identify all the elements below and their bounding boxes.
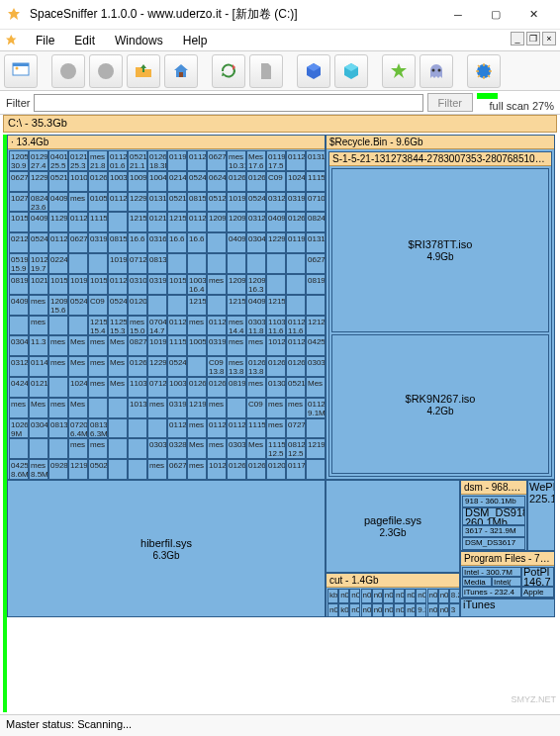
treemap-cell[interactable]: 1219 xyxy=(187,398,207,418)
cut-cell[interactable]: 3 xyxy=(449,603,460,618)
treemap-cell[interactable]: 0524 xyxy=(68,295,88,316)
treemap-cell[interactable]: 0112 xyxy=(108,274,128,295)
treemap-cell[interactable] xyxy=(88,253,108,274)
treemap-cell[interactable]: mes 14.4 xyxy=(227,316,246,336)
refresh-button[interactable] xyxy=(212,54,245,88)
treemap-cell[interactable]: 0212 xyxy=(9,232,29,253)
treemap-cell[interactable]: 1209 15.6 xyxy=(48,295,68,316)
treemap-cell[interactable]: 0319 xyxy=(286,192,306,213)
file-ri378tt-iso[interactable]: $RI378TT.iso4.9Gb xyxy=(331,168,549,332)
treemap-cell[interactable]: mes 10.31 xyxy=(227,150,246,171)
treemap-cell[interactable] xyxy=(167,253,187,274)
treemap-cell[interactable]: 0126 xyxy=(187,377,207,398)
treemap-cell[interactable]: 0131 xyxy=(306,150,326,171)
treemap-cell[interactable]: mes xyxy=(88,438,108,459)
filter-button[interactable]: Filter xyxy=(427,93,473,112)
cut-cell[interactable]: n043 xyxy=(372,603,383,618)
treemap-cell[interactable]: 1003 xyxy=(108,171,128,192)
treemap-cell[interactable] xyxy=(286,253,306,274)
treemap-cell[interactable]: 0727 xyxy=(286,418,306,439)
treemap-cell[interactable]: 0425 xyxy=(306,335,326,356)
treemap-cell[interactable]: 0409 xyxy=(29,212,48,232)
blue-cube-button[interactable] xyxy=(297,54,330,88)
treemap-cell[interactable]: 0129 27.4 xyxy=(29,150,48,171)
folder-cut[interactable]: cut - 1.4Gb kb14n043n042n042n042n043n055… xyxy=(326,573,460,617)
treemap-cell[interactable]: 0121 25.3 xyxy=(68,150,88,171)
cut-cell[interactable]: n047 15.9 xyxy=(394,603,405,618)
treemap-cell[interactable]: 1019 xyxy=(68,274,88,295)
treemap-cell[interactable] xyxy=(108,459,128,480)
folder-program-files[interactable]: Program Files - 795.7 Intel - 300.7M Med… xyxy=(460,551,555,598)
treemap-cell[interactable]: 0224 xyxy=(48,253,68,274)
treemap-cell[interactable] xyxy=(108,398,128,418)
treemap-cell[interactable]: 0112 xyxy=(167,418,187,439)
treemap-cell[interactable]: 0112 xyxy=(187,212,207,232)
treemap-cell[interactable] xyxy=(187,356,207,377)
prog-intelc[interactable]: Intel( xyxy=(492,577,521,587)
cut-cell[interactable]: n043 16.4 xyxy=(361,603,372,618)
prog-intel[interactable]: Intel - 300.7M xyxy=(462,567,521,577)
treemap-cell[interactable]: Mes 17.6 xyxy=(246,150,266,171)
treemap-cell[interactable]: 0815 xyxy=(108,232,128,253)
treemap-cell[interactable]: 0819 xyxy=(227,377,246,398)
treemap-cell[interactable]: 0813 xyxy=(147,253,167,274)
mdi-restore-icon[interactable]: ❐ xyxy=(526,32,540,46)
treemap-cell[interactable] xyxy=(266,253,286,274)
treemap-cell[interactable]: 1209 xyxy=(227,212,246,232)
cut-cell[interactable]: n055 xyxy=(405,589,416,603)
treemap-cell[interactable] xyxy=(48,377,68,398)
treemap-cell[interactable]: 0312 xyxy=(246,212,266,232)
treemap-cell[interactable]: mes xyxy=(147,459,167,480)
cut-cell[interactable]: n055 xyxy=(416,589,426,603)
treemap-cell[interactable]: mes xyxy=(286,398,306,418)
treemap-cell[interactable]: 0824 xyxy=(306,212,326,232)
treemap-cell[interactable]: 0303 11.8 xyxy=(246,316,266,336)
treemap-cell[interactable]: 0819 xyxy=(9,274,29,295)
treemap-cell[interactable] xyxy=(306,295,326,316)
treemap-cell[interactable] xyxy=(167,295,187,316)
treemap-cell[interactable]: Mes xyxy=(246,438,266,459)
treemap-cell[interactable] xyxy=(306,418,326,439)
treemap-cell[interactable] xyxy=(128,418,147,439)
treemap-cell[interactable] xyxy=(266,274,286,295)
treemap-cell[interactable]: 0319 xyxy=(207,335,227,356)
treemap-cell[interactable]: 0425 8.6M xyxy=(9,459,29,480)
treemap-cell[interactable]: 0304 xyxy=(9,335,29,356)
treemap-cell[interactable]: mes xyxy=(68,438,88,459)
treemap-cell[interactable]: mes 8.5M xyxy=(29,459,48,480)
treemap-cell[interactable]: 0117 xyxy=(286,459,306,480)
treemap-cell[interactable]: 0627 xyxy=(9,171,29,192)
treemap-cell[interactable]: mes xyxy=(147,398,167,418)
treemap-cell[interactable]: 1229 xyxy=(266,232,286,253)
treemap-cell[interactable]: 0524 xyxy=(108,295,128,316)
treemap-cell[interactable]: 0319 xyxy=(147,274,167,295)
treemap-cell[interactable]: mes xyxy=(48,356,68,377)
treemap-cell[interactable]: mes 15.0 xyxy=(128,316,147,336)
treemap-cell[interactable]: 1219 xyxy=(68,459,88,480)
treemap-cell[interactable]: Mes xyxy=(108,356,128,377)
treemap-cell[interactable]: mes 21.8 xyxy=(88,150,108,171)
treemap-cell[interactable] xyxy=(147,418,167,439)
treemap-cell[interactable]: 0813 6.3M xyxy=(88,418,108,439)
treemap-cell[interactable]: 0112 xyxy=(207,316,227,336)
treemap-cell[interactable]: mes xyxy=(88,377,108,398)
cyan-cube-button[interactable] xyxy=(334,54,368,88)
treemap-cell[interactable]: 1027 xyxy=(9,192,29,213)
treemap-cell[interactable]: 0112 01.6 xyxy=(108,150,128,171)
treemap-cell[interactable]: 0126 xyxy=(227,459,246,480)
treemap-cell[interactable]: 0519 15.9 xyxy=(9,253,29,274)
file-rk9n267-iso[interactable]: $RK9N267.iso4.2Gb xyxy=(331,334,549,474)
treemap-cell[interactable]: Mes xyxy=(187,438,207,459)
treemap-cell[interactable]: 0409 xyxy=(48,192,68,213)
treemap-cell[interactable]: 1115 xyxy=(167,335,187,356)
treemap-cell[interactable]: mes xyxy=(187,418,207,439)
menu-windows[interactable]: Windows xyxy=(107,32,171,49)
treemap-cell[interactable]: 1209 xyxy=(207,212,227,232)
treemap-cell[interactable]: 0512 xyxy=(207,192,227,213)
treemap-cell[interactable]: 1215 xyxy=(167,212,187,232)
folder-wepe[interactable]: WePE225.1 xyxy=(527,480,555,551)
treemap-cell[interactable] xyxy=(9,316,29,336)
treemap-cell[interactable]: mes xyxy=(207,438,227,459)
mdi-close-icon[interactable]: × xyxy=(542,32,556,46)
cut-cell[interactable]: n043 xyxy=(338,589,349,603)
